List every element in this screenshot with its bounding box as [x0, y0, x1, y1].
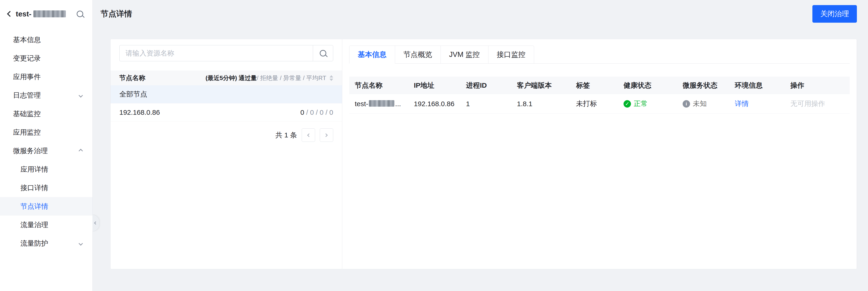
info-circle-icon: i: [683, 100, 690, 108]
page-title: 节点详情: [100, 8, 132, 19]
sidebar-item-label: 接口详情: [21, 183, 48, 193]
node-detail-table: 节点名称 IP地址 进程ID 客户端版本 标签 健康状态 微服务状态 环境信息 …: [349, 77, 850, 114]
sidebar-item-log-management[interactable]: 日志管理: [0, 86, 92, 105]
next-page-button[interactable]: [320, 129, 333, 142]
node-row-label: 全部节点: [119, 89, 147, 99]
resource-search-bar: [119, 45, 333, 61]
client-version-cell: 1.8.1: [517, 100, 576, 108]
sidebar-item-interface-details[interactable]: 接口详情: [0, 179, 92, 197]
app-name-prefix: test-: [16, 10, 32, 18]
sidebar-item-label: 微服务治理: [13, 146, 48, 156]
chevron-right-icon: [324, 133, 328, 137]
sidebar-item-basic-monitoring[interactable]: 基础监控: [0, 105, 92, 123]
ip-cell: 192.168.0.86: [414, 100, 466, 108]
tab-jvm-monitoring[interactable]: JVM 监控: [441, 45, 489, 64]
column-header-action: 操作: [790, 81, 844, 90]
node-name-cell: test-...: [355, 100, 414, 108]
chevron-left-icon: [307, 133, 311, 137]
redacted-node-name: [369, 100, 394, 107]
sidebar-item-app-details[interactable]: 应用详情: [0, 160, 92, 179]
sidebar-item-label: 应用事件: [13, 72, 41, 82]
process-id-cell: 1: [466, 100, 517, 108]
sidebar-item-traffic-governance[interactable]: 流量治理: [0, 216, 92, 234]
sidebar-item-microservice-governance[interactable]: 微服务治理: [0, 142, 92, 160]
sidebar-item-label: 应用详情: [21, 165, 48, 174]
health-status-text: 正常: [634, 99, 648, 108]
node-row-metrics: 0 / 0 / 0 / 0: [300, 108, 333, 116]
metrics-header-primary: (最近5分钟) 通过量: [206, 74, 257, 82]
sidebar-item-label: 应用监控: [13, 128, 41, 137]
node-table-row: test-... 192.168.0.86 1 1.8.1 未打标 ✓ 正常: [349, 94, 850, 114]
sidebar-item-app-events[interactable]: 应用事件: [0, 68, 92, 86]
column-header-health-status: 健康状态: [624, 81, 683, 90]
close-governance-button[interactable]: 关闭治理: [812, 5, 857, 23]
search-icon[interactable]: [77, 11, 83, 17]
metrics-header-rest: / 拒绝量 / 异常量 / 平均RT: [257, 74, 326, 82]
node-list-header: 节点名称 (最近5分钟) 通过量 / 拒绝量 / 异常量 / 平均RT: [111, 71, 342, 85]
node-name-column-header: 节点名称: [119, 74, 145, 82]
action-cell: 无可用操作: [790, 99, 844, 108]
app-root: test- 基本信息 变更记录 应用事件 日志管理 基础监控 应用监控 微服务治…: [0, 0, 868, 291]
redacted-app-name: [33, 10, 66, 17]
node-table-header: 节点名称 IP地址 进程ID 客户端版本 标签 健康状态 微服务状态 环境信息 …: [349, 77, 850, 94]
microservice-status-cell: i 未知: [683, 99, 735, 108]
app-name: test-: [16, 10, 66, 18]
sorter-icon[interactable]: [330, 75, 333, 81]
env-info-link[interactable]: 详情: [735, 100, 749, 107]
content-card: 节点名称 (最近5分钟) 通过量 / 拒绝量 / 异常量 / 平均RT 全部节点…: [110, 39, 857, 269]
column-header-env-info: 环境信息: [735, 81, 790, 90]
column-header-process-id: 进程ID: [466, 81, 517, 90]
chevron-up-icon: [79, 149, 83, 153]
env-info-cell: 详情: [735, 99, 790, 108]
node-list-row-all[interactable]: 全部节点: [111, 85, 342, 103]
prev-page-button[interactable]: [302, 129, 315, 142]
sidebar: test- 基本信息 变更记录 应用事件 日志管理 基础监控 应用监控 微服务治…: [0, 0, 93, 291]
sidebar-item-traffic-protection[interactable]: 流量防护: [0, 234, 92, 253]
sidebar-item-node-details[interactable]: 节点详情: [0, 197, 92, 216]
node-list-panel: 节点名称 (最近5分钟) 通过量 / 拒绝量 / 异常量 / 平均RT 全部节点…: [111, 39, 342, 269]
microservice-status-text: 未知: [693, 99, 707, 108]
sidebar-item-label: 日志管理: [13, 91, 41, 100]
column-header-tag: 标签: [576, 81, 624, 90]
tab-node-overview[interactable]: 节点概览: [395, 45, 441, 64]
chevron-down-icon: [79, 93, 83, 97]
sidebar-item-app-monitoring[interactable]: 应用监控: [0, 123, 92, 142]
sidebar-item-change-records[interactable]: 变更记录: [0, 49, 92, 68]
resource-search-input[interactable]: [119, 45, 313, 61]
health-status-cell: ✓ 正常: [624, 99, 683, 108]
back-icon[interactable]: [7, 11, 13, 17]
sidebar-item-basic-info[interactable]: 基本信息: [0, 31, 92, 49]
sidebar-item-label: 变更记录: [13, 54, 41, 63]
sidebar-item-label: 流量防护: [21, 239, 48, 248]
page-header: 节点详情 关闭治理: [93, 0, 868, 28]
pagination: 共 1 条: [119, 129, 333, 142]
tab-basic-info[interactable]: 基本信息: [349, 45, 395, 64]
column-header-client-version: 客户端版本: [517, 81, 576, 90]
node-list-row-ip[interactable]: 192.168.0.86 0 / 0 / 0 / 0: [111, 103, 342, 121]
column-header-microservice-status: 微服务状态: [683, 81, 735, 90]
column-header-node-name: 节点名称: [355, 81, 414, 90]
sidebar-item-label: 基本信息: [13, 35, 41, 45]
sidebar-item-label: 基础监控: [13, 109, 41, 119]
metrics-column-header: (最近5分钟) 通过量 / 拒绝量 / 异常量 / 平均RT: [206, 74, 333, 82]
tab-interface-monitoring[interactable]: 接口监控: [489, 45, 534, 64]
chevron-down-icon: [79, 241, 83, 246]
sidebar-item-label: 节点详情: [21, 202, 48, 211]
search-icon: [320, 50, 326, 57]
node-row-label: 192.168.0.86: [119, 108, 160, 116]
chevron-left-icon: [94, 221, 97, 225]
tabs: 基本信息 节点概览 JVM 监控 接口监控: [349, 45, 850, 64]
sidebar-header: test-: [0, 0, 92, 28]
pagination-total: 共 1 条: [276, 131, 297, 140]
column-header-ip: IP地址: [414, 81, 466, 90]
node-detail-panel: 基本信息 节点概览 JVM 监控 接口监控 节点名称 IP地址 进程ID 客户端…: [342, 39, 857, 269]
tag-cell: 未打标: [576, 99, 624, 108]
sidebar-menu: 基本信息 变更记录 应用事件 日志管理 基础监控 应用监控 微服务治理 应用详情…: [0, 28, 92, 253]
main-area: 节点详情 关闭治理 节点名称 (最近5分钟) 通过量 / 拒绝量 / 异常量 /…: [93, 0, 868, 291]
sidebar-item-label: 流量治理: [21, 220, 48, 230]
search-button[interactable]: [313, 45, 333, 61]
check-circle-icon: ✓: [624, 100, 631, 108]
